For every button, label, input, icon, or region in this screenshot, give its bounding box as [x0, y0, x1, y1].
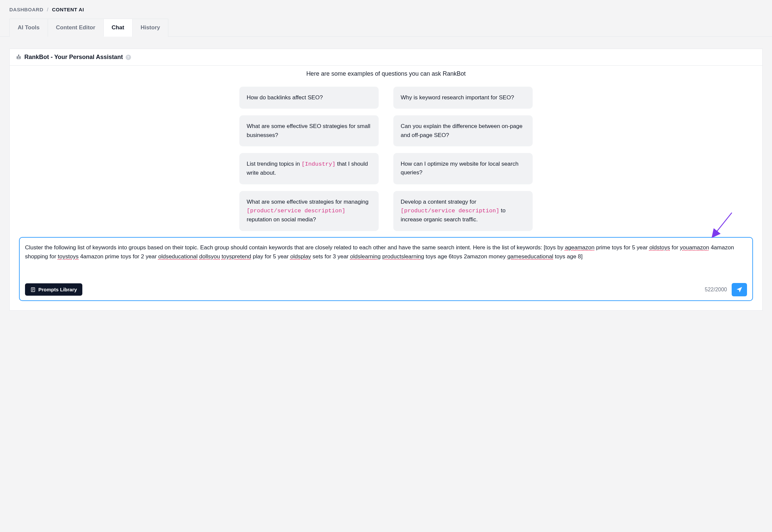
bot-icon — [16, 54, 22, 60]
example-text: What are some effective SEO strategies f… — [247, 123, 370, 138]
tab-ai-tools[interactable]: AI Tools — [9, 19, 48, 37]
tab-chat[interactable]: Chat — [103, 19, 133, 37]
chat-text: 4amazon prime toys for 2 year — [79, 253, 158, 260]
send-icon — [736, 286, 743, 293]
library-icon — [30, 287, 36, 292]
breadcrumb-root[interactable]: DASHBOARD — [9, 7, 43, 12]
example-text: How can I optimize my website for local … — [401, 161, 518, 176]
chat-input[interactable]: Cluster the following list of keywords i… — [25, 243, 747, 280]
placeholder-token: [Industry] — [301, 161, 335, 167]
spell-error-word: oldslearning — [350, 253, 381, 260]
example-question[interactable]: What are some effective strategies for m… — [239, 191, 379, 231]
chat-text: prime toys for 5 year — [594, 244, 649, 251]
tab-content-editor[interactable]: Content Editor — [48, 19, 104, 37]
chat-text: play for 5 year — [251, 253, 290, 260]
example-question[interactable]: How do backlinks affect SEO? — [239, 87, 379, 109]
chat-text: Cluster the following list of keywords i… — [25, 244, 565, 251]
example-question[interactable]: Can you explain the difference between o… — [393, 115, 533, 146]
breadcrumb: DASHBOARD / CONTENT AI — [9, 7, 763, 12]
spell-error-word: toyspretend — [222, 253, 251, 260]
svg-point-1 — [18, 57, 18, 58]
example-question[interactable]: Why is keyword research important for SE… — [393, 87, 533, 109]
placeholder-token: [product/service description] — [401, 208, 499, 214]
breadcrumb-current: CONTENT AI — [52, 7, 84, 12]
intro-text: Here are some examples of questions you … — [16, 70, 756, 77]
example-text: How do backlinks affect SEO? — [247, 94, 323, 101]
example-question[interactable]: What are some effective SEO strategies f… — [239, 115, 379, 146]
example-question[interactable]: How can I optimize my website for local … — [393, 153, 533, 184]
svg-line-5 — [714, 213, 732, 235]
rankbot-panel: RankBot - Your Personal Assistant ? Here… — [9, 49, 763, 311]
tab-history[interactable]: History — [132, 19, 169, 37]
example-question[interactable]: List trending topics in [Industry] that … — [239, 153, 379, 184]
spell-error-word: toystoys — [58, 253, 78, 260]
chat-text: toys age 6toys 2amazon money — [424, 253, 507, 260]
prompts-library-label: Prompts Library — [38, 287, 77, 292]
prompts-library-button[interactable]: Prompts Library — [25, 283, 82, 296]
spell-error-word: gameseducational — [507, 253, 553, 260]
help-icon[interactable]: ? — [126, 55, 131, 60]
spell-error-word: ageamazon — [565, 244, 595, 251]
example-text: reputation on social media? — [247, 216, 316, 223]
chat-text: sets for 3 year — [311, 253, 350, 260]
panel-header: RankBot - Your Personal Assistant ? — [10, 49, 762, 66]
chat-text: toys age 8] — [553, 253, 583, 260]
example-text: Develop a content strategy for — [401, 199, 476, 205]
breadcrumb-separator: / — [47, 7, 49, 12]
spell-error-word: youamazon — [680, 244, 709, 251]
example-text: Can you explain the difference between o… — [401, 123, 522, 138]
svg-point-2 — [19, 57, 20, 58]
example-questions-grid: How do backlinks affect SEO?Why is keywo… — [239, 87, 533, 231]
spell-error-word: oldseducational — [158, 253, 198, 260]
spell-error-word: productslearning — [382, 253, 424, 260]
chat-text: for — [670, 244, 680, 251]
send-button[interactable] — [732, 283, 747, 296]
chat-input-container: Cluster the following list of keywords i… — [19, 237, 753, 301]
example-text: List trending topics in — [247, 161, 301, 167]
spell-error-word: oldsplay — [290, 253, 311, 260]
panel-title: RankBot - Your Personal Assistant — [24, 54, 123, 61]
example-question[interactable]: Develop a content strategy for [product/… — [393, 191, 533, 231]
example-text: What are some effective strategies for m… — [247, 199, 368, 205]
spell-error-word: oldstoys — [649, 244, 670, 251]
spell-error-word: dollsyou — [199, 253, 220, 260]
placeholder-token: [product/service description] — [247, 208, 345, 214]
svg-point-4 — [18, 55, 19, 55]
char-count: 522/2000 — [705, 287, 727, 293]
tabs: AI ToolsContent EditorChatHistory — [0, 18, 772, 37]
example-text: Why is keyword research important for SE… — [401, 94, 514, 101]
